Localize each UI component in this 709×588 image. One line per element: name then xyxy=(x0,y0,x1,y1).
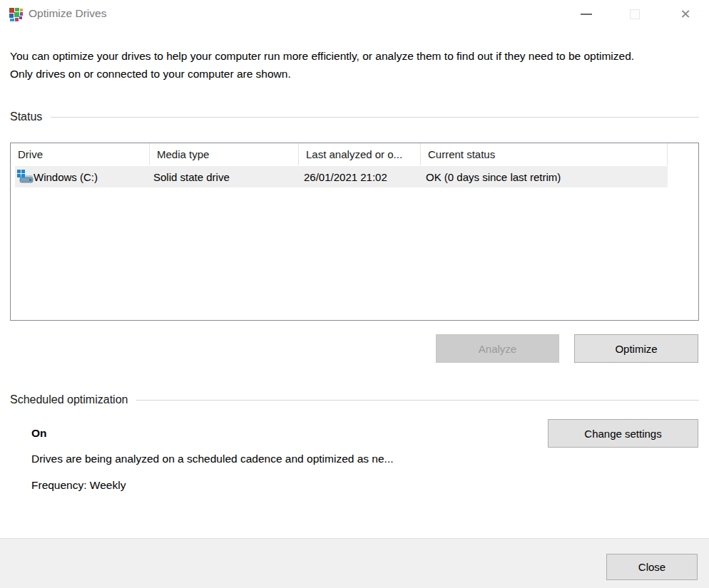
system-drive-icon xyxy=(17,169,34,185)
maximize-icon xyxy=(630,9,640,19)
maximize-button[interactable] xyxy=(618,0,651,29)
close-button[interactable]: Close xyxy=(606,554,698,580)
cell-drive-name: Windows (C:) xyxy=(34,166,98,187)
scheduled-section-rule xyxy=(136,400,699,401)
window-title: Optimize Drives xyxy=(29,7,106,20)
cell-last-analyzed: 26/01/2021 21:02 xyxy=(304,166,387,187)
scheduled-state: On xyxy=(31,427,47,440)
analyze-button[interactable]: Analyze xyxy=(436,334,559,363)
dialog-description: You can optimize your drives to help you… xyxy=(10,47,656,83)
column-header-current-status[interactable]: Current status xyxy=(421,143,668,165)
optimize-button[interactable]: Optimize xyxy=(574,334,698,363)
defrag-app-icon xyxy=(9,6,24,22)
cell-current-status: OK (0 days since last retrim) xyxy=(426,166,561,187)
column-header-media-type[interactable]: Media type xyxy=(150,143,299,165)
scheduled-frequency: Frequency: Weekly xyxy=(31,479,126,492)
scheduled-description: Drives are being analyzed on a scheduled… xyxy=(31,453,394,465)
close-window-button[interactable]: ✕ xyxy=(669,0,702,29)
minimize-icon xyxy=(581,14,592,15)
drives-table-header: Drive Media type Last analyzed or o... C… xyxy=(11,143,698,165)
change-settings-button[interactable]: Change settings xyxy=(548,419,698,448)
cell-media-type: Solid state drive xyxy=(153,166,230,187)
scheduled-section-header: Scheduled optimization xyxy=(10,393,699,406)
drive-row-windows-c[interactable]: Windows (C:) Solid state drive 26/01/202… xyxy=(15,166,668,187)
column-header-last-analyzed[interactable]: Last analyzed or o... xyxy=(299,143,421,165)
title-bar: Optimize Drives ✕ xyxy=(0,0,709,29)
column-header-drive[interactable]: Drive xyxy=(11,143,150,165)
minimize-button[interactable] xyxy=(570,0,603,29)
status-section-label: Status xyxy=(10,110,42,123)
drives-table: Drive Media type Last analyzed or o... C… xyxy=(10,143,699,321)
footer-bar xyxy=(0,538,709,588)
scheduled-section-label: Scheduled optimization xyxy=(10,393,128,406)
status-section-header: Status xyxy=(10,110,699,123)
close-icon: ✕ xyxy=(680,8,690,21)
status-section-rule xyxy=(51,117,699,118)
